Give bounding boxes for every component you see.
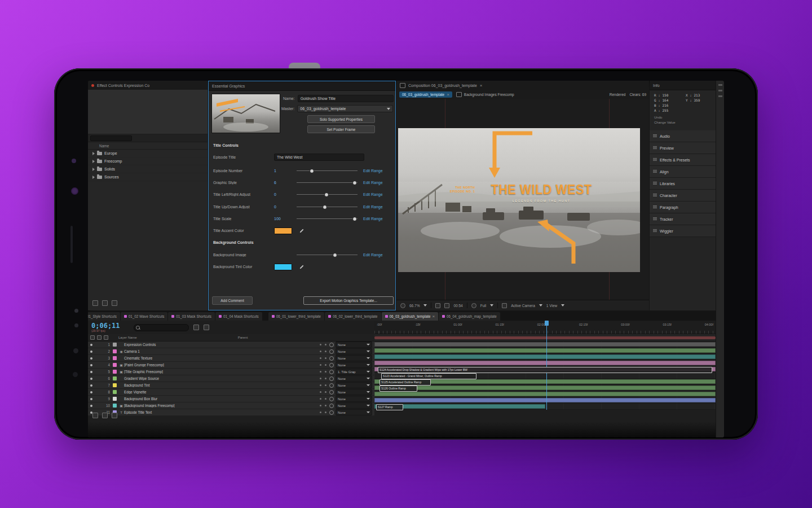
essential-graphics-tab-label[interactable]: Essential Graphics bbox=[212, 84, 245, 88]
eye-icon[interactable] bbox=[90, 405, 92, 407]
eye-icon[interactable] bbox=[90, 351, 92, 353]
close-icon[interactable]: × bbox=[447, 92, 449, 97]
folder-label[interactable]: Europe bbox=[104, 151, 117, 155]
layer-switches[interactable] bbox=[301, 384, 329, 386]
layer-name[interactable]: Background Tint bbox=[124, 383, 301, 387]
layer-switches[interactable] bbox=[301, 344, 329, 345]
motion-blur-icon[interactable] bbox=[112, 413, 117, 418]
new-folder-icon[interactable] bbox=[92, 300, 98, 306]
edit-range-link[interactable]: Edit Range bbox=[363, 205, 383, 209]
layer-row[interactable]: 8 Edge Vignette None bbox=[88, 389, 374, 396]
layer-duration-bar[interactable] bbox=[374, 398, 716, 402]
project-folder-row[interactable]: Europe bbox=[88, 150, 208, 157]
layer-switches[interactable] bbox=[301, 378, 329, 379]
layer-switches[interactable] bbox=[301, 351, 329, 352]
layer-switches[interactable] bbox=[301, 371, 329, 373]
eye-icon[interactable] bbox=[90, 357, 92, 360]
panel-item-wiggler[interactable]: Wiggler bbox=[650, 225, 716, 237]
safe-margins-icon[interactable] bbox=[435, 303, 440, 308]
edit-range-link[interactable]: Edit Range bbox=[363, 217, 383, 221]
disclosure-caret-icon[interactable] bbox=[92, 160, 95, 163]
layer-color-chip[interactable] bbox=[113, 390, 117, 394]
magnifier-icon[interactable] bbox=[400, 303, 405, 308]
layer-name[interactable]: Episode Title Text bbox=[124, 410, 301, 414]
timeline-tab[interactable]: 01_03 Mask Shortcuts bbox=[168, 312, 215, 321]
layer-av-switches[interactable] bbox=[88, 391, 103, 393]
episode-title-input[interactable]: The Wild West bbox=[274, 154, 364, 161]
layer-name[interactable]: Edge Vignette bbox=[124, 390, 301, 394]
essential-graphics-tabbar[interactable]: Essential Graphics bbox=[209, 81, 395, 91]
timeline-tab-active[interactable]: 06_03_goldrush_template× bbox=[382, 312, 439, 321]
panel-item-tracker[interactable]: Tracker bbox=[650, 213, 716, 225]
region-of-interest-icon[interactable] bbox=[502, 303, 507, 308]
slider-knob-icon[interactable] bbox=[323, 205, 327, 209]
layer-name[interactable]: [Title Graphic Freecomp] bbox=[124, 370, 301, 374]
layer-name[interactable]: Cinematic Texture bbox=[124, 356, 301, 360]
timeline-tab[interactable]: 01_04 Mask Shortcuts bbox=[215, 312, 262, 321]
eye-icon[interactable] bbox=[90, 364, 92, 366]
project-search-input[interactable] bbox=[90, 135, 132, 141]
comp-mini-tab[interactable]: Background Images Freecomp bbox=[456, 92, 514, 97]
set-poster-frame-button[interactable]: Set Poster Frame bbox=[307, 125, 375, 133]
video-frame[interactable]: THE NORTH EPISODE NO. 1 THE WILD WEST LE… bbox=[398, 128, 640, 272]
parent-dropdown[interactable]: None bbox=[336, 389, 372, 395]
layer-row[interactable]: 1 Expression Controls None bbox=[88, 341, 374, 348]
edit-range-link[interactable]: Edit Range bbox=[363, 169, 383, 173]
parent-dropdown[interactable]: None bbox=[336, 348, 372, 354]
comp-mini-tab-active[interactable]: 06_03_goldrush_template × bbox=[399, 91, 452, 98]
eye-icon[interactable] bbox=[90, 391, 92, 393]
layer-color-chip[interactable] bbox=[113, 404, 117, 408]
timeline-marker[interactable]: S127 Ramp bbox=[376, 404, 403, 410]
layer-color-chip[interactable] bbox=[113, 370, 117, 374]
layer-color-chip[interactable] bbox=[113, 383, 117, 387]
disclosure-caret-icon[interactable] bbox=[92, 176, 95, 179]
layer-switches[interactable] bbox=[301, 398, 329, 400]
pickwhip-icon[interactable] bbox=[329, 349, 334, 354]
pickwhip-icon[interactable] bbox=[329, 390, 334, 395]
layer-av-switches[interactable] bbox=[88, 378, 103, 380]
disclosure-caret-icon[interactable] bbox=[92, 168, 95, 171]
layer-duration-bar[interactable] bbox=[374, 354, 716, 359]
layer-row[interactable]: 3 Cinematic Texture None bbox=[88, 355, 374, 362]
parent-dropdown[interactable]: None bbox=[336, 341, 372, 348]
draft-3d-icon[interactable] bbox=[204, 325, 209, 330]
layer-switches[interactable] bbox=[301, 391, 329, 393]
info-tab-label[interactable]: Info bbox=[653, 84, 660, 87]
folder-label[interactable]: Solids bbox=[104, 167, 115, 171]
timeline-marker[interactable]: S126 Outline Ramp bbox=[379, 386, 417, 392]
layer-av-switches[interactable] bbox=[88, 344, 103, 346]
slider-knob-icon[interactable] bbox=[310, 169, 314, 173]
timeline-tab[interactable]: 06_02_lower_third_template bbox=[325, 312, 381, 321]
disclosure-caret-icon[interactable] bbox=[92, 152, 95, 155]
timeline-search-input[interactable] bbox=[134, 324, 189, 331]
layer-switches[interactable] bbox=[301, 411, 329, 413]
tint-color-swatch[interactable] bbox=[274, 264, 292, 270]
channels-icon[interactable] bbox=[471, 303, 476, 308]
pickwhip-icon[interactable] bbox=[329, 410, 334, 415]
layer-av-switches[interactable] bbox=[88, 371, 103, 373]
control-value[interactable]: 6 bbox=[274, 181, 297, 185]
info-tabbar[interactable]: Info bbox=[650, 81, 716, 90]
layer-duration-bar[interactable] bbox=[374, 386, 716, 390]
slider-knob-icon[interactable] bbox=[324, 192, 329, 197]
eye-icon[interactable] bbox=[90, 344, 92, 346]
layer-row[interactable]: 2 ◉ Camera 1 None bbox=[88, 348, 374, 355]
accent-color-swatch[interactable] bbox=[274, 227, 292, 234]
layer-row[interactable]: 4 ▣ [Paint Grunge Freecomp] None bbox=[88, 362, 374, 369]
layer-duration-bar[interactable] bbox=[374, 348, 716, 353]
layer-switches[interactable] bbox=[301, 364, 329, 366]
master-comp-dropdown[interactable]: 06_03_goldrush_template bbox=[297, 105, 393, 112]
render-queue-icon[interactable] bbox=[92, 413, 98, 418]
control-slider[interactable] bbox=[297, 182, 358, 183]
eye-icon[interactable] bbox=[90, 371, 92, 373]
eye-icon[interactable] bbox=[90, 398, 92, 400]
pickwhip-icon[interactable] bbox=[329, 356, 334, 361]
resolution-select[interactable]: Full bbox=[480, 304, 486, 308]
solo-supported-properties-button[interactable]: Solo Supported Properties bbox=[307, 115, 375, 123]
control-slider[interactable] bbox=[297, 255, 358, 255]
eye-icon[interactable] bbox=[90, 384, 92, 387]
export-motion-graphics-template-button[interactable]: Export Motion Graphics Template... bbox=[303, 296, 394, 305]
parent-column-label[interactable]: Parent bbox=[238, 336, 248, 339]
layer-name-column-label[interactable]: Layer Name bbox=[118, 336, 137, 339]
layer-row[interactable]: 7 Background Tint None bbox=[88, 382, 374, 389]
